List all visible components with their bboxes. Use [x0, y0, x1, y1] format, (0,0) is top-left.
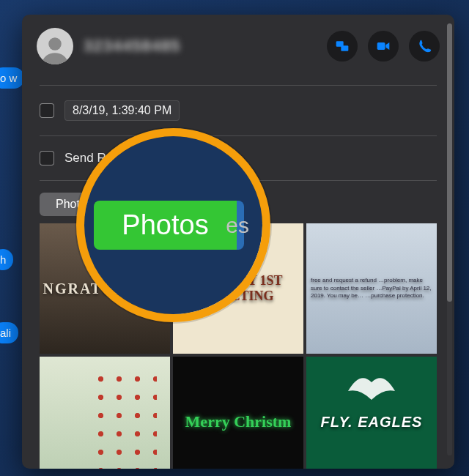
thumbnail-caption: free and request a refund …problem, make…: [306, 272, 437, 304]
read-receipts-checkbox[interactable]: [40, 151, 54, 166]
message-bubble: o w: [0, 67, 24, 89]
screen-share-button[interactable]: [327, 31, 358, 62]
video-icon: [376, 39, 391, 53]
audio-call-button[interactable]: [409, 31, 440, 62]
divider: [40, 135, 437, 136]
message-bubble: h: [0, 249, 13, 270]
annotation-magnify-area: Photos es: [84, 136, 262, 314]
screen-share-icon: [335, 39, 350, 53]
person-icon: [40, 34, 70, 64]
message-bubble: ali: [0, 322, 18, 343]
timestamp-field[interactable]: 8/3/19, 1:39:40 PM: [64, 100, 180, 121]
thumbnail-caption: FLY. EAGLES: [321, 414, 423, 431]
photo-thumbnail[interactable]: [40, 357, 170, 469]
photo-thumbnail[interactable]: FLY. EAGLES: [306, 357, 437, 469]
photo-thumbnail[interactable]: Merry Christm: [173, 357, 303, 469]
popover-header: 3234458485: [22, 15, 454, 76]
avatar[interactable]: [37, 28, 73, 64]
photo-thumbnail[interactable]: free and request a refund …problem, make…: [306, 223, 437, 354]
do-not-disturb-row: 8/3/19, 1:39:40 PM: [40, 94, 437, 127]
phone-icon: [417, 39, 432, 53]
magnified-photos-tab: Photos: [94, 201, 243, 250]
divider: [40, 85, 437, 86]
contact-name: 3234458485: [84, 37, 317, 56]
svg-rect-3: [377, 42, 385, 50]
magnified-adjacent-tab: es: [226, 213, 249, 238]
thumbnail-caption: Merry Christm: [185, 412, 292, 431]
svg-point-0: [48, 37, 62, 51]
svg-rect-2: [341, 45, 348, 51]
dnd-checkbox[interactable]: [40, 103, 54, 118]
eagle-icon: [342, 367, 401, 404]
scrollbar-thumb[interactable]: [447, 23, 452, 302]
send-read-receipts-label: Send Re: [64, 151, 113, 166]
video-call-button[interactable]: [368, 31, 399, 62]
